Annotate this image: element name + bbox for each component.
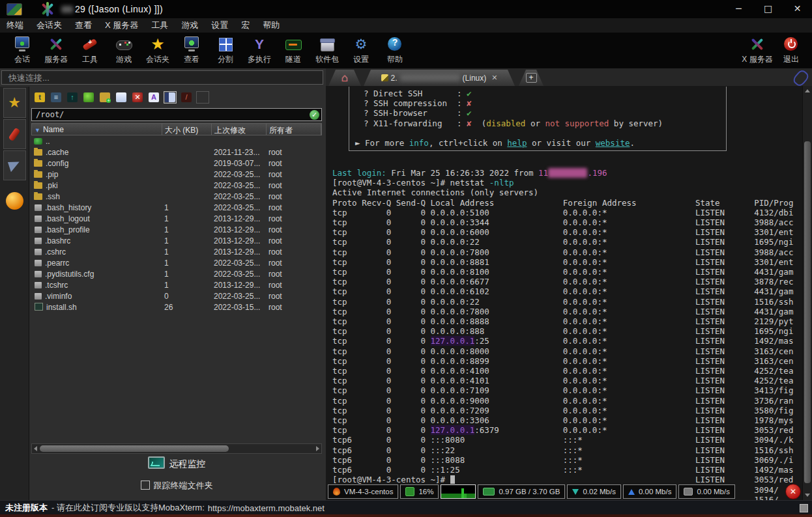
parent-dir-icon[interactable]: ↑ — [66, 91, 79, 104]
toolbar-button[interactable]: 查看 — [175, 33, 209, 68]
scroll-up-icon[interactable] — [805, 89, 810, 92]
menu-item[interactable]: 查看 — [68, 20, 98, 31]
tab-new[interactable]: + — [519, 70, 544, 86]
toolbar-button[interactable]: ⚙设置 — [344, 33, 378, 68]
follow-terminal-checkbox[interactable] — [141, 481, 150, 490]
file-size: 1 — [162, 225, 211, 234]
toolbar-button[interactable]: Y多执行 — [242, 33, 276, 68]
toolbar-button[interactable]: 游戏 — [107, 33, 141, 68]
monitor-segment[interactable]: 0.02 Mb/s — [567, 484, 621, 499]
file-row[interactable]: .bash_profile12013-12-29...root — [31, 224, 322, 235]
menu-item[interactable]: 工具 — [145, 20, 175, 31]
download-icon[interactable]: t — [33, 91, 46, 104]
scroll-right-icon[interactable] — [316, 446, 319, 451]
file-row[interactable]: .bash_history12022-03-25...root — [31, 202, 322, 213]
file-row[interactable]: .tcshrc12013-12-29...root — [31, 279, 322, 290]
sidebar-tab-sessions[interactable]: ★ — [3, 88, 26, 118]
scrollbar-thumb[interactable] — [804, 141, 811, 483]
file-row[interactable]: .cshrc12013-12-29...root — [31, 246, 322, 257]
toolbar-button[interactable]: 工具 — [73, 33, 107, 68]
folder-icon — [34, 160, 42, 167]
minimize-button[interactable]: ─ — [724, 0, 753, 18]
expand-icon[interactable] — [196, 91, 209, 104]
file-row[interactable]: .cache2021-11-23...root — [31, 147, 322, 158]
file-row[interactable]: .bashrc12013-12-29...root — [31, 235, 322, 246]
scroll-down-icon[interactable] — [805, 494, 810, 497]
column-header-modified[interactable]: 上次修改 — [212, 124, 267, 135]
file-icon — [35, 260, 42, 266]
file-row[interactable]: .ssh2022-03-25...root — [31, 191, 322, 202]
file-row[interactable]: .pearrc12022-03-25...root — [31, 257, 322, 268]
ssh-banner-box: ? Direct SSH : ✔? SSH compression : ✘? S… — [349, 87, 727, 151]
monitor-segment[interactable]: 0.00 Mb/s — [623, 484, 677, 499]
file-row[interactable]: install.sh262022-03-15...root — [31, 301, 322, 313]
mobatek-url[interactable]: https://mobaxterm.mobatek.net — [208, 503, 325, 513]
toolbar-button[interactable]: ★会话夹 — [141, 33, 175, 68]
tab-session[interactable]: 2. (Linux) ✕ — [364, 70, 515, 86]
panel-toggle-icon[interactable] — [164, 91, 177, 104]
toolbar-button[interactable]: 隧道 — [276, 33, 310, 68]
menu-item[interactable]: 终端 — [0, 20, 30, 31]
toolbar-button[interactable]: 会话 — [5, 33, 39, 68]
quick-connect-input[interactable]: 快速连接... — [1, 70, 323, 85]
path-ok-icon[interactable]: ✓ — [310, 110, 319, 120]
file-name: .cshrc — [31, 247, 162, 257]
scrollbar-thumb[interactable] — [40, 445, 229, 452]
monitor-segment[interactable]: 0.00 Mb/s — [678, 484, 735, 499]
file-row[interactable]: .config2019-03-07...root — [31, 158, 322, 169]
file-row[interactable]: .bash_logout12013-12-29...root — [31, 213, 322, 224]
session-tab-prefix: 2. — [391, 74, 398, 83]
maximize-button[interactable]: □ — [753, 0, 783, 18]
upload-icon[interactable]: ≡ — [50, 91, 63, 104]
menu-item[interactable]: 帮助 — [256, 20, 286, 31]
tab-close-icon[interactable]: ✕ — [491, 74, 497, 82]
toolbar-button[interactable]: 退出 — [774, 33, 808, 65]
file-row[interactable]: .pki2022-03-25...root — [31, 180, 322, 191]
menu-item[interactable]: 设置 — [205, 20, 235, 31]
toolbar-button[interactable]: 软件包 — [310, 33, 344, 68]
toolbar-button[interactable]: 服务器 — [39, 33, 73, 68]
file-row[interactable]: .pip2022-03-25...root — [31, 169, 322, 180]
tab-home[interactable]: ⌂ — [328, 70, 361, 86]
edit-tool-icon[interactable]: / — [180, 91, 193, 104]
file-row[interactable]: .. — [31, 135, 322, 147]
column-header-name[interactable]: ▼Name — [32, 124, 162, 135]
file-row[interactable]: .pydistutils.cfg12022-03-25...root — [31, 268, 322, 279]
scroll-left-icon[interactable] — [34, 446, 37, 451]
sidebar-tab-tools[interactable] — [3, 119, 26, 149]
sidebar-tab-macros[interactable] — [3, 150, 26, 180]
resize-grip[interactable] — [800, 504, 808, 512]
column-header-size[interactable]: 大小 (KB) — [162, 124, 212, 135]
toolbar-button[interactable]: X 服务器 — [740, 33, 774, 65]
horizontal-scrollbar[interactable] — [31, 443, 322, 454]
remote-monitoring-link[interactable]: 远程监控 — [29, 456, 324, 470]
monitor-segment[interactable] — [441, 484, 476, 499]
menu-item[interactable]: 宏 — [235, 20, 256, 31]
refresh-icon[interactable] — [82, 91, 95, 104]
column-header-owner[interactable]: 所有者 — [267, 124, 321, 135]
toolbar-button[interactable]: 分割 — [209, 33, 242, 68]
sidebar-tab-sftp[interactable] — [6, 192, 23, 210]
monitoring-close-button[interactable]: ✕ — [785, 484, 801, 499]
monitor-segment[interactable]: 0.97 GB / 3.70 GB — [478, 484, 565, 499]
close-button[interactable]: ✕ — [783, 0, 812, 18]
terminal-line: ? SSH compression : ✘ — [364, 98, 663, 108]
file-row[interactable]: .viminfo02022-03-25...root — [31, 290, 322, 301]
toolbar-button[interactable]: 帮助 — [378, 33, 412, 68]
rename-icon[interactable]: A — [147, 91, 160, 104]
toolbar-button-label: 分割 — [209, 54, 242, 65]
monitor-segment[interactable]: VM-4-3-centos — [328, 484, 398, 499]
menu-item[interactable]: 会话夹 — [30, 20, 68, 31]
paperclip-icon[interactable] — [791, 68, 810, 88]
monitor-segment[interactable]: 16% — [400, 484, 439, 499]
path-input[interactable]: /root/ — [32, 110, 310, 119]
menu-item[interactable]: 游戏 — [175, 20, 205, 31]
menu-item[interactable]: X 服务器 — [98, 20, 145, 31]
delete-icon[interactable]: ✕ — [131, 91, 144, 104]
new-file-icon[interactable] — [115, 91, 128, 104]
new-folder-icon[interactable]: + — [98, 91, 111, 104]
vertical-scrollbar[interactable] — [802, 86, 812, 500]
file-name: .cache — [31, 148, 162, 157]
file-owner: root — [266, 159, 322, 168]
terminal-screen[interactable]: ? Direct SSH : ✔? SSH compression : ✘? S… — [326, 86, 812, 500]
